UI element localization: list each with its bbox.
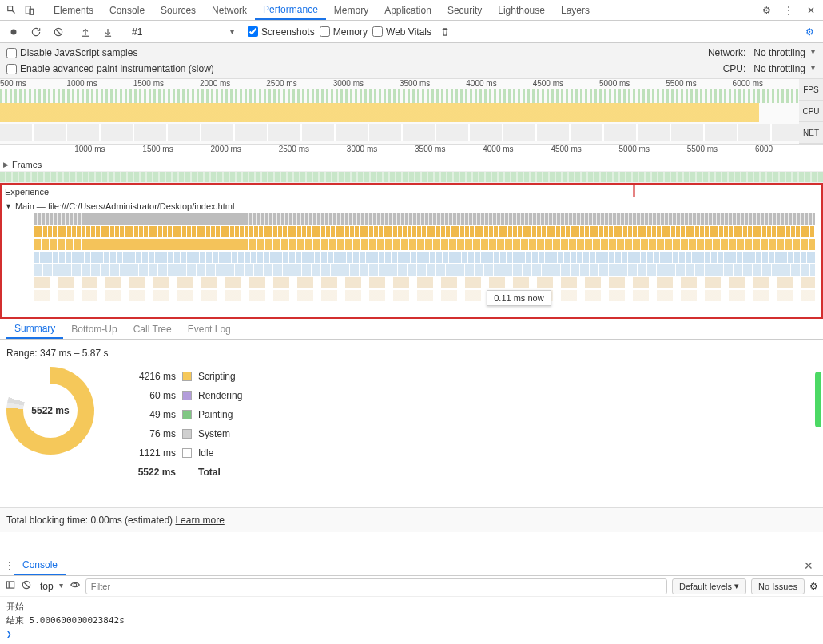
summary-pane: Range: 347 ms – 5.87 s 5522 ms 4216 msSc…: [0, 340, 823, 507]
legend-row-total: 5522 msTotal: [126, 463, 242, 482]
donut-center-label: 5522 ms: [31, 405, 69, 416]
detail-tab-bottomup[interactable]: Bottom-Up: [63, 319, 125, 339]
summary-legend: 4216 msScripting 60 msRendering 49 msPai…: [126, 367, 242, 482]
more-icon[interactable]: ⋮: [780, 2, 797, 19]
legend-row-system: 76 msSystem: [126, 424, 242, 443]
overview-labels: FPS CPU NET: [799, 79, 823, 144]
main-tab-bar: Elements Console Sources Network Perform…: [0, 0, 823, 21]
timeline-overview[interactable]: 500 ms1000 ms1500 ms2000 ms2500 ms3000 m…: [0, 79, 823, 145]
reload-record-icon[interactable]: [27, 23, 45, 41]
webvitals-label: Web Vitals: [386, 26, 431, 38]
close-devtools-icon[interactable]: ✕: [802, 2, 820, 19]
memory-checkbox[interactable]: Memory: [320, 26, 368, 38]
tab-performance[interactable]: Performance: [255, 0, 326, 20]
flame-chart[interactable]: 0.11 ms now: [34, 213, 815, 316]
svg-rect-5: [6, 582, 14, 588]
console-prompt[interactable]: ❯: [6, 627, 817, 641]
flame-row[interactable]: [34, 290, 815, 301]
chevron-right-icon: ▶: [3, 161, 9, 169]
live-expression-icon[interactable]: [70, 579, 81, 593]
console-toolbar: top Default levels ▾ No Issues ⚙: [0, 576, 823, 597]
main-tabs: Elements Console Sources Network Perform…: [46, 0, 598, 20]
frames-track[interactable]: [0, 172, 823, 183]
cpu-chart: [0, 103, 799, 122]
network-throttle-select[interactable]: No throttling: [750, 46, 817, 59]
svg-rect-0: [8, 6, 13, 10]
recording-select[interactable]: #1: [126, 24, 238, 40]
paint-instr-label: Enable advanced paint instrumentation (s…: [20, 63, 214, 74]
detail-tab-eventlog[interactable]: Event Log: [180, 319, 239, 339]
screenshots-checkbox[interactable]: Screenshots: [248, 26, 315, 38]
frames-section-header[interactable]: ▶Frames: [0, 157, 823, 172]
flame-tooltip: 0.11 ms now: [487, 290, 551, 306]
tab-application[interactable]: Application: [376, 0, 439, 20]
tab-console[interactable]: Console: [101, 0, 153, 20]
delete-icon[interactable]: [436, 23, 454, 41]
device-toggle-icon[interactable]: [21, 2, 38, 19]
log-levels-select[interactable]: Default levels ▾: [672, 578, 746, 594]
console-sidebar-toggle-icon[interactable]: [5, 579, 16, 593]
flame-row[interactable]: [34, 277, 815, 288]
console-drawer: ⋮ Console ✕ top Default levels ▾ No Issu…: [0, 555, 823, 644]
capture-settings-bar: Disable JavaScript samples Network: No t…: [0, 43, 823, 79]
perf-toolbar: #1 Screenshots Memory Web Vitals ⚙: [0, 21, 823, 43]
experience-section-header[interactable]: Experience: [2, 185, 821, 199]
legend-row-idle: 1121 msIdle: [126, 443, 242, 463]
close-drawer-icon[interactable]: ✕: [799, 559, 818, 572]
tab-layers[interactable]: Layers: [553, 0, 598, 20]
console-line: 结束 5.000600000023842s: [6, 614, 817, 627]
flame-row[interactable]: [34, 252, 815, 263]
main-section-header[interactable]: ▼Main — file:///C:/Users/Administrator/D…: [2, 199, 821, 213]
detail-tab-calltree[interactable]: Call Tree: [125, 319, 180, 339]
tab-elements[interactable]: Elements: [46, 0, 101, 20]
blocking-text: Total blocking time: 0.00ms (estimated): [6, 515, 173, 526]
flame-row[interactable]: [34, 239, 815, 250]
capture-settings-icon[interactable]: ⚙: [801, 23, 818, 41]
record-icon[interactable]: [5, 23, 22, 41]
settings-icon[interactable]: ⚙: [757, 2, 775, 19]
detail-tab-summary[interactable]: Summary: [6, 319, 63, 339]
webvitals-checkbox[interactable]: Web Vitals: [372, 26, 431, 38]
divider: [42, 4, 42, 17]
load-profile-icon[interactable]: [77, 23, 94, 41]
summary-donut-chart: 5522 ms: [6, 367, 94, 455]
tab-network[interactable]: Network: [204, 0, 255, 20]
experience-label: Experience: [5, 187, 49, 197]
tab-security[interactable]: Security: [439, 0, 490, 20]
net-chart: [0, 124, 799, 141]
context-select[interactable]: top: [37, 580, 65, 593]
disable-js-samples-checkbox[interactable]: Disable JavaScript samples: [6, 47, 137, 58]
console-filter-input[interactable]: [85, 578, 667, 594]
issues-button[interactable]: No Issues: [751, 578, 805, 594]
tab-lighthouse[interactable]: Lighthouse: [490, 0, 553, 20]
flame-row[interactable]: [34, 264, 815, 276]
enable-paint-instr-checkbox[interactable]: Enable advanced paint instrumentation (s…: [6, 63, 214, 74]
scrollbar-thumb[interactable]: [815, 372, 821, 427]
cpu-throttle-select[interactable]: No throttling: [750, 62, 817, 75]
tab-sources[interactable]: Sources: [153, 0, 204, 20]
clear-console-icon[interactable]: [21, 579, 32, 593]
flame-row[interactable]: [34, 213, 815, 225]
clear-icon[interactable]: [50, 23, 67, 41]
timeline-ruler[interactable]: 1000 ms1500 ms2000 ms2500 ms3000 ms3500 …: [0, 145, 823, 157]
network-label: Network:: [708, 47, 745, 58]
inspect-icon[interactable]: [3, 2, 21, 19]
detail-tabs: Summary Bottom-Up Call Tree Event Log: [0, 319, 823, 340]
fps-chart: [0, 89, 799, 103]
console-output: 开始 结束 5.000600000023842s ❯: [0, 597, 823, 644]
drawer-tabs: ⋮ Console ✕: [0, 555, 823, 576]
drawer-tab-console[interactable]: Console: [14, 555, 66, 575]
chevron-down-icon: ▼: [5, 202, 12, 210]
save-profile-icon[interactable]: [99, 23, 117, 41]
console-settings-icon[interactable]: ⚙: [809, 581, 818, 592]
tab-memory[interactable]: Memory: [326, 0, 376, 20]
learn-more-link[interactable]: Learn more: [175, 515, 224, 526]
frames-label: Frames: [12, 160, 42, 169]
flame-row[interactable]: [34, 226, 815, 237]
console-line: 开始: [6, 600, 817, 614]
drawer-menu-icon[interactable]: ⋮: [5, 560, 14, 571]
svg-point-7: [74, 583, 77, 586]
main-label: Main — file:///C:/Users/Administrator/De…: [15, 201, 234, 211]
svg-point-3: [11, 29, 17, 34]
overview-ticks: 500 ms1000 ms1500 ms2000 ms2500 ms3000 m…: [0, 79, 799, 89]
